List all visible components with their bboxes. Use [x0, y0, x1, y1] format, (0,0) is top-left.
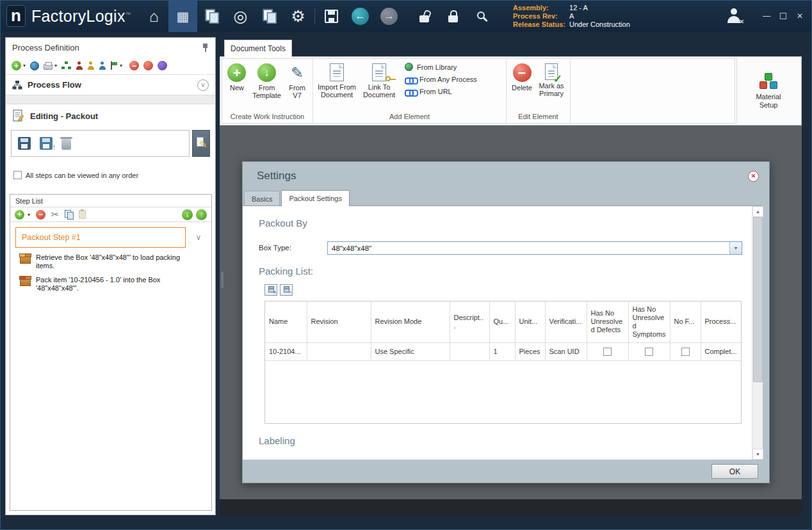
- material-setup-button[interactable]: Material Setup: [736, 58, 800, 124]
- stop-icon[interactable]: [143, 61, 153, 70]
- splitter-grip[interactable]: [221, 271, 223, 288]
- collapse-circle-icon[interactable]: ∨: [197, 79, 209, 91]
- cell-symptoms[interactable]: [628, 342, 670, 360]
- col-process[interactable]: Process...: [701, 301, 741, 342]
- home-button[interactable]: ⌂: [140, 0, 168, 32]
- user-button[interactable]: ✕: [726, 8, 742, 24]
- cell-revision[interactable]: [307, 342, 371, 360]
- col-no-unresolved-symptoms[interactable]: Has No Unresolved Symptoms: [628, 301, 670, 342]
- dialog-close-icon[interactable]: ✕: [748, 171, 759, 182]
- lock-button[interactable]: [439, 0, 467, 32]
- flag-caret-icon[interactable]: ▾: [120, 63, 122, 68]
- pin-icon[interactable]: [202, 43, 209, 52]
- remove-icon[interactable]: −: [129, 61, 139, 70]
- back-button[interactable]: ←: [346, 0, 375, 32]
- cell-unit[interactable]: Pieces: [515, 342, 545, 360]
- delete-button[interactable]: − Delete: [508, 63, 535, 92]
- col-revision[interactable]: Revision: [307, 301, 371, 342]
- lead-person-icon[interactable]: [87, 61, 94, 70]
- process-definition-button[interactable]: ▦: [168, 0, 197, 32]
- process-flow-row[interactable]: Process Flow ∨: [6, 75, 215, 95]
- remove-step-icon[interactable]: −: [36, 210, 45, 220]
- box-type-select[interactable]: 48"x48"x48" ▼: [327, 241, 742, 255]
- web-link-icon[interactable]: [30, 61, 39, 70]
- tab-packout-settings[interactable]: Packout Settings: [281, 190, 350, 206]
- print-icon[interactable]: [44, 64, 53, 70]
- add-packing-item-button[interactable]: +: [264, 284, 277, 296]
- cell-defects[interactable]: [587, 342, 628, 360]
- add-step-icon[interactable]: +: [15, 210, 24, 220]
- import-from-document-button[interactable]: Import From Document: [315, 63, 359, 99]
- move-up-icon[interactable]: ↑: [196, 209, 207, 220]
- defects-checkbox[interactable]: [603, 348, 612, 356]
- grid-data-row[interactable]: 10-2104... Use Specific 1 Pieces Scan UI…: [265, 342, 741, 360]
- cell-process[interactable]: Complet...: [701, 342, 741, 360]
- cut-icon[interactable]: ✂: [51, 209, 59, 220]
- paste-icon[interactable]: [79, 210, 86, 219]
- scroll-up-icon[interactable]: ▲: [752, 206, 763, 217]
- tab-basics[interactable]: Basics: [244, 191, 280, 206]
- scroll-down-icon[interactable]: ▼: [752, 449, 763, 460]
- add-caret-icon[interactable]: ▾: [23, 63, 26, 68]
- delete-step-icon[interactable]: [61, 139, 71, 150]
- cell-verification[interactable]: Scan UID: [545, 342, 587, 360]
- step-item[interactable]: Pack item '10-210456 - 1.0' into the Box…: [10, 270, 211, 293]
- col-quantity[interactable]: Qu...: [489, 301, 515, 342]
- link-to-document-button[interactable]: Link To Document: [359, 63, 400, 99]
- forward-button[interactable]: →: [375, 0, 403, 32]
- copy-icon[interactable]: [65, 210, 73, 219]
- col-no-f[interactable]: No F...: [670, 301, 701, 342]
- minimize-button[interactable]: —: [758, 0, 775, 32]
- col-verification[interactable]: Verificati...: [545, 301, 587, 342]
- operator-icon[interactable]: [76, 61, 83, 70]
- close-button[interactable]: ✕: [792, 0, 808, 32]
- from-template-button[interactable]: ↓ From Template: [250, 63, 284, 100]
- process-tree-icon[interactable]: [61, 61, 71, 70]
- col-no-unresolved-defects[interactable]: Has No Unresolved Defects: [587, 301, 628, 342]
- col-revision-mode[interactable]: Revision Mode: [371, 301, 450, 342]
- settings-button[interactable]: ⚙: [284, 0, 313, 32]
- new-button[interactable]: + New: [224, 63, 250, 92]
- remove-packing-item-button[interactable]: −: [280, 284, 293, 296]
- add-process-icon[interactable]: +: [12, 61, 21, 70]
- col-description[interactable]: Descript...: [450, 301, 489, 342]
- flag-icon[interactable]: [110, 61, 118, 70]
- step-expand-chevron-icon[interactable]: ∨: [186, 233, 211, 242]
- dialog-scrollbar[interactable]: ▲ ▼: [752, 206, 763, 460]
- edit-mode-toggle[interactable]: ✎: [192, 130, 210, 157]
- col-unit[interactable]: Unit...: [515, 301, 545, 342]
- col-name[interactable]: Name: [265, 301, 307, 342]
- scrollbar-thumb[interactable]: [753, 217, 763, 382]
- audit-search-button[interactable]: [467, 0, 496, 32]
- move-down-icon[interactable]: ↓: [182, 209, 193, 220]
- any-order-checkbox[interactable]: [13, 171, 22, 179]
- symptoms-checkbox[interactable]: [645, 348, 653, 356]
- from-library-button[interactable]: From Library: [405, 63, 477, 71]
- maximize-button[interactable]: ☐: [775, 0, 792, 32]
- cell-no-f[interactable]: [670, 342, 701, 360]
- no-f-checkbox[interactable]: [681, 348, 690, 356]
- documents-button[interactable]: [197, 0, 226, 32]
- tab-document-tools[interactable]: Document Tools: [224, 40, 292, 57]
- record-icon[interactable]: [158, 61, 167, 70]
- dropdown-arrow-icon[interactable]: ▼: [729, 242, 742, 254]
- import-step-icon[interactable]: ↑: [40, 137, 53, 150]
- step-item[interactable]: Retrieve the Box '48"x48"x48"' to load p…: [10, 248, 211, 270]
- unlock-button[interactable]: [410, 0, 439, 32]
- disc-button[interactable]: ◎: [226, 0, 255, 32]
- from-any-process-button[interactable]: From Any Process: [405, 76, 477, 83]
- from-v7-button[interactable]: ✎ From V7: [284, 63, 311, 100]
- cell-quantity[interactable]: 1: [489, 342, 515, 360]
- from-url-button[interactable]: From URL: [405, 88, 477, 95]
- print-caret-icon[interactable]: ▾: [54, 63, 57, 68]
- mark-as-primary-button[interactable]: ✓ Mark as Primary: [535, 63, 567, 98]
- selected-step[interactable]: Packout Step #1: [15, 227, 186, 248]
- save-step-icon[interactable]: [18, 137, 31, 150]
- team-icon[interactable]: [99, 61, 106, 70]
- add-step-caret-icon[interactable]: ▾: [28, 212, 30, 218]
- copy-pages-button[interactable]: [255, 0, 284, 32]
- save-button[interactable]: [317, 0, 346, 32]
- cell-revision-mode[interactable]: Use Specific: [371, 342, 450, 360]
- cell-name[interactable]: 10-2104...: [265, 342, 307, 360]
- ok-button[interactable]: OK: [711, 464, 758, 479]
